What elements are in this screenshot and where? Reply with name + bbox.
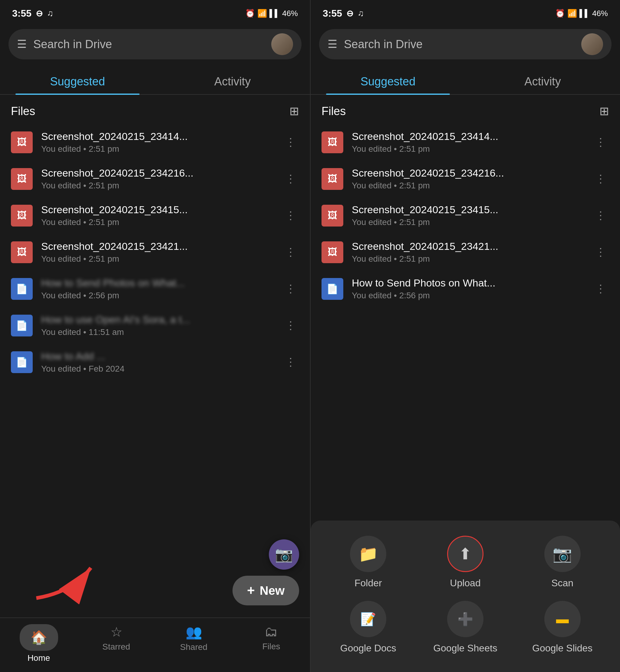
more-icon-2-right[interactable]: ⋮ xyxy=(592,170,609,188)
file-thumb-3-right: 🖼 xyxy=(321,205,343,227)
file-item-2-left[interactable]: 🖼 Screenshot_20240215_234216... You edit… xyxy=(0,160,310,197)
sheet-item-folder[interactable]: 📁 Folder xyxy=(320,536,417,589)
image-icon-1-right: 🖼 xyxy=(327,137,337,148)
more-icon-2-left[interactable]: ⋮ xyxy=(282,170,299,188)
wifi-icon-right: 📶 xyxy=(567,9,577,18)
file-item-1-left[interactable]: 🖼 Screenshot_20240215_23414... You edite… xyxy=(0,124,310,160)
shared-icon-left: 👥 xyxy=(186,624,202,640)
sheets-icon: ➕ xyxy=(457,612,473,627)
bottom-sheet: 📁 Folder ⬆ Upload 📷 Scan 📝 xyxy=(311,521,620,672)
file-meta-1-left: You edited • 2:51 pm xyxy=(41,144,274,154)
sheet-item-sheets[interactable]: ➕ Google Sheets xyxy=(417,601,514,654)
file-item-7-left[interactable]: 📄 How to Add ... You edited • Feb 2024 ⋮ xyxy=(0,344,310,380)
grid-view-icon-left[interactable]: ⊞ xyxy=(290,104,299,118)
tabs-right: Suggested Activity xyxy=(311,68,620,95)
image-icon-4-right: 🖼 xyxy=(327,246,337,258)
image-icon-2-left: 🖼 xyxy=(17,173,27,184)
sheet-grid: 📁 Folder ⬆ Upload 📷 Scan 📝 xyxy=(311,536,620,654)
file-name-1-right: Screenshot_20240215_23414... xyxy=(352,131,584,142)
file-thumb-1-right: 🖼 xyxy=(321,132,343,153)
more-icon-4-right[interactable]: ⋮ xyxy=(592,243,609,262)
docs-label: Google Docs xyxy=(340,642,396,654)
search-input-left[interactable]: Search in Drive xyxy=(33,38,265,51)
file-item-1-right[interactable]: 🖼 Screenshot_20240215_23414... You edite… xyxy=(311,124,620,160)
upload-icon: ⬆ xyxy=(459,545,472,563)
more-icon-7-left[interactable]: ⋮ xyxy=(282,353,299,372)
more-icon-1-right[interactable]: ⋮ xyxy=(592,133,609,152)
hamburger-icon-left[interactable]: ☰ xyxy=(17,39,27,50)
search-bar-left[interactable]: ☰ Search in Drive xyxy=(8,29,302,59)
more-icon-5-left[interactable]: ⋮ xyxy=(282,280,299,298)
image-icon-3-left: 🖼 xyxy=(17,210,27,221)
file-name-1-left: Screenshot_20240215_23414... xyxy=(41,131,274,142)
more-icon-4-left[interactable]: ⋮ xyxy=(282,243,299,262)
tab-suggested-left[interactable]: Suggested xyxy=(0,68,155,94)
nav-starred-left[interactable]: ☆ Starred xyxy=(78,624,155,663)
signal-icon: ▌▌ xyxy=(269,9,280,17)
files-label-left: Files xyxy=(11,105,35,118)
file-item-3-left[interactable]: 🖼 Screenshot_20240215_23415... You edite… xyxy=(0,197,310,234)
avatar-right[interactable] xyxy=(581,33,603,55)
wifi-icon: 📶 xyxy=(257,9,267,18)
more-icon-1-left[interactable]: ⋮ xyxy=(282,133,299,152)
nav-home-left[interactable]: 🏠 Home xyxy=(0,624,78,663)
sheet-item-slides[interactable]: ▬ Google Slides xyxy=(514,601,611,654)
files-label-right: Files xyxy=(321,105,346,118)
nav-home-label-left: Home xyxy=(28,653,50,663)
file-info-7-left: How to Add ... You edited • Feb 2024 xyxy=(41,350,274,374)
more-icon-3-left[interactable]: ⋮ xyxy=(282,206,299,225)
nav-files-left[interactable]: 🗂 Files xyxy=(232,624,310,663)
tab-activity-right[interactable]: Activity xyxy=(465,68,620,94)
sheet-item-docs[interactable]: 📝 Google Docs xyxy=(320,601,417,654)
starred-icon-left: ☆ xyxy=(110,624,122,639)
file-item-4-right[interactable]: 🖼 Screenshot_20240215_23421... You edite… xyxy=(311,234,620,271)
fab-new-button[interactable]: + New xyxy=(232,576,299,606)
tab-suggested-right[interactable]: Suggested xyxy=(311,68,465,94)
file-info-4-right: Screenshot_20240215_23421... You edited … xyxy=(352,240,584,264)
nav-starred-label-left: Starred xyxy=(102,642,130,652)
upload-label: Upload xyxy=(450,578,480,589)
file-name-2-left: Screenshot_20240215_234216... xyxy=(41,167,274,179)
file-item-5-left[interactable]: 📄 How to Send Photos on What... You edit… xyxy=(0,271,310,307)
home-icon-left: 🏠 xyxy=(31,630,47,645)
file-name-5-right: How to Send Photos on What... xyxy=(352,277,584,289)
more-icon-6-left[interactable]: ⋮ xyxy=(282,316,299,335)
music-icon: ♫ xyxy=(47,8,53,18)
sheet-item-scan[interactable]: 📷 Scan xyxy=(514,536,611,589)
sheet-item-upload[interactable]: ⬆ Upload xyxy=(417,536,514,589)
file-meta-2-right: You edited • 2:51 pm xyxy=(352,181,584,190)
hamburger-icon-right[interactable]: ☰ xyxy=(327,39,337,50)
file-name-7-left: How to Add ... xyxy=(41,350,274,362)
more-icon-3-right[interactable]: ⋮ xyxy=(592,206,609,225)
camera-icon: 📷 xyxy=(275,546,293,563)
fab-camera-button[interactable]: 📷 xyxy=(269,539,299,570)
status-bar-right: 3:55 ⊖ ♫ ⏰ 📶 ▌▌ 46% xyxy=(311,0,620,24)
alarm-icon-right: ⏰ xyxy=(555,9,565,18)
file-item-6-left[interactable]: 📄 How to use Open AI's Sora, a t... You … xyxy=(0,307,310,344)
file-thumb-6-left: 📄 xyxy=(11,315,33,336)
file-item-3-right[interactable]: 🖼 Screenshot_20240215_23415... You edite… xyxy=(311,197,620,234)
file-info-1-left: Screenshot_20240215_23414... You edited … xyxy=(41,131,274,154)
alarm-icon: ⏰ xyxy=(245,9,255,18)
file-name-3-right: Screenshot_20240215_23415... xyxy=(352,204,584,215)
file-item-5-right[interactable]: 📄 How to Send Photos on What... You edit… xyxy=(311,271,620,307)
file-item-4-left[interactable]: 🖼 Screenshot_20240215_23421... You edite… xyxy=(0,234,310,271)
file-thumb-2-right: 🖼 xyxy=(321,168,343,190)
file-name-6-left: How to use Open AI's Sora, a t... xyxy=(41,314,274,326)
file-name-4-right: Screenshot_20240215_23421... xyxy=(352,240,584,252)
nav-shared-left[interactable]: 👥 Shared xyxy=(155,624,232,663)
sheets-circle: ➕ xyxy=(447,601,483,637)
doc-icon-5-right: 📄 xyxy=(326,283,339,295)
file-info-6-left: How to use Open AI's Sora, a t... You ed… xyxy=(41,314,274,337)
grid-view-icon-right[interactable]: ⊞ xyxy=(600,104,609,118)
tab-activity-left[interactable]: Activity xyxy=(155,68,310,94)
search-input-right[interactable]: Search in Drive xyxy=(344,38,575,51)
docs-circle: 📝 xyxy=(350,601,386,637)
file-info-5-right: How to Send Photos on What... You edited… xyxy=(352,277,584,300)
search-bar-right[interactable]: ☰ Search in Drive xyxy=(319,29,612,59)
more-icon-5-right[interactable]: ⋮ xyxy=(592,280,609,298)
slides-icon: ▬ xyxy=(556,612,569,626)
folder-circle: 📁 xyxy=(350,536,386,572)
avatar-left[interactable] xyxy=(271,33,293,55)
file-item-2-right[interactable]: 🖼 Screenshot_20240215_234216... You edit… xyxy=(311,160,620,197)
